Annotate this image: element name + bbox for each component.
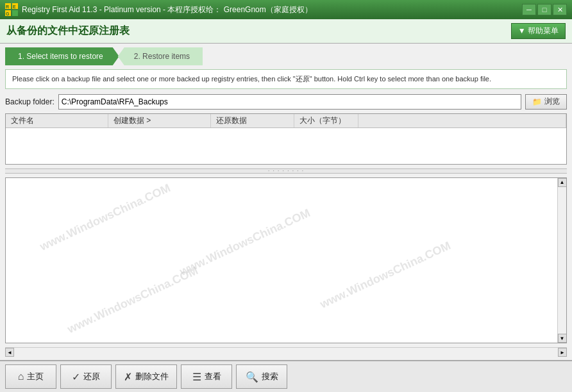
step2-label: 2. Restore items xyxy=(134,52,190,61)
restore-icon: ✓ xyxy=(72,371,80,383)
page-title: 从备份的文件中还原注册表 xyxy=(6,24,130,38)
scroll-left-arrow[interactable]: ◄ xyxy=(5,348,14,357)
scroll-track[interactable] xyxy=(14,348,558,356)
minimize-button[interactable]: ─ xyxy=(522,4,536,15)
info-box: Please click on a backup file and select… xyxy=(5,69,567,89)
info-text: Please click on a backup file and select… xyxy=(12,75,491,83)
col-restored-header: 还原数据 xyxy=(211,114,294,127)
col-size-header: 大小（字节） xyxy=(294,114,358,127)
window-title: Registry First Aid 11.3 - Platinum versi… xyxy=(22,4,522,15)
watermark-2: www.WindowsChina.COM xyxy=(178,206,312,279)
svg-text:E: E xyxy=(13,4,16,9)
svg-text:R: R xyxy=(6,4,9,9)
scroll-right-arrow[interactable]: ► xyxy=(558,348,567,357)
watermark-4: www.WindowsChina.COM xyxy=(65,264,200,336)
panel-resizer[interactable]: · · · · · · · · xyxy=(5,168,567,174)
step2-tab[interactable]: 2. Restore items xyxy=(118,47,203,65)
app-logo: R E G xyxy=(5,3,18,16)
maximize-button[interactable]: □ xyxy=(537,4,551,15)
col-extra-header xyxy=(358,114,566,127)
col-filename-header: 文件名 xyxy=(6,114,108,127)
content-area: 1. Select items to restore 2. Restore it… xyxy=(0,44,572,360)
browse-label: 浏览 xyxy=(544,96,560,107)
col-created-header: 创建数据 > xyxy=(108,114,211,127)
close-button[interactable]: ✕ xyxy=(553,4,567,15)
browse-button[interactable]: 📁 浏览 xyxy=(525,94,567,110)
restore-label: 还原 xyxy=(83,371,100,382)
help-button[interactable]: ▼ 帮助菜单 xyxy=(511,23,566,39)
table-header: 文件名 创建数据 > 还原数据 大小（字节） xyxy=(6,114,566,128)
resizer-dots: · · · · · · · · xyxy=(268,167,305,174)
delete-label: 删除文件 xyxy=(135,371,169,382)
scroll-up-arrow[interactable]: ▲ xyxy=(558,178,567,187)
main-window: 从备份的文件中还原注册表 ▼ 帮助菜单 1. Select items to r… xyxy=(0,19,572,392)
backup-folder-row: Backup folder: 📁 浏览 xyxy=(5,94,567,110)
home-icon: ⌂ xyxy=(18,371,24,382)
watermark-1: www.WindowsChina.COM xyxy=(38,181,172,254)
view-button[interactable]: ☰ 查看 xyxy=(181,364,232,389)
step1-tab[interactable]: 1. Select items to restore xyxy=(5,47,119,65)
folder-label: Backup folder: xyxy=(5,97,55,106)
title-bar: R E G Registry First Aid 11.3 - Platinum… xyxy=(0,0,572,19)
home-button[interactable]: ⌂ 主页 xyxy=(5,364,56,389)
watermark-3: www.WindowsChina.COM xyxy=(318,239,453,311)
view-label: 查看 xyxy=(205,371,221,382)
steps-tabs: 1. Select items to restore 2. Restore it… xyxy=(5,47,567,65)
scroll-down-arrow[interactable]: ▼ xyxy=(558,334,567,343)
folder-input[interactable] xyxy=(58,94,521,110)
view-icon: ☰ xyxy=(192,371,201,383)
search-label: 搜索 xyxy=(262,371,278,382)
footer-toolbar: ⌂ 主页 ✓ 还原 ✗ 删除文件 ☰ 查看 🔍 搜索 xyxy=(0,360,572,392)
folder-icon: 📁 xyxy=(532,97,542,106)
horizontal-scrollbar: ◄ ► xyxy=(5,347,567,356)
search-button[interactable]: 🔍 搜索 xyxy=(236,364,287,389)
svg-text:G: G xyxy=(6,12,10,16)
window-controls: ─ □ ✕ xyxy=(522,4,567,15)
bottom-panel: www.WindowsChina.COM www.WindowsChina.CO… xyxy=(5,177,567,344)
header-area: 从备份的文件中还原注册表 ▼ 帮助菜单 xyxy=(0,19,572,44)
search-icon: 🔍 xyxy=(246,371,258,383)
files-table: 文件名 创建数据 > 还原数据 大小（字节） xyxy=(5,113,567,165)
svg-rect-3 xyxy=(12,10,18,16)
delete-icon: ✗ xyxy=(124,371,132,383)
table-body[interactable] xyxy=(6,128,566,164)
step1-label: 1. Select items to restore xyxy=(18,52,103,61)
home-label: 主页 xyxy=(27,371,44,382)
vertical-scrollbar: ▲ ▼ xyxy=(557,178,566,343)
delete-button[interactable]: ✗ 删除文件 xyxy=(115,364,177,389)
restore-button[interactable]: ✓ 还原 xyxy=(60,364,112,389)
